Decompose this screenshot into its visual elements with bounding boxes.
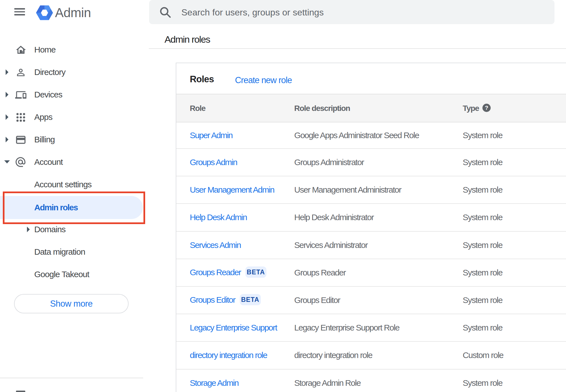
svg-text:?: ? (485, 105, 488, 111)
